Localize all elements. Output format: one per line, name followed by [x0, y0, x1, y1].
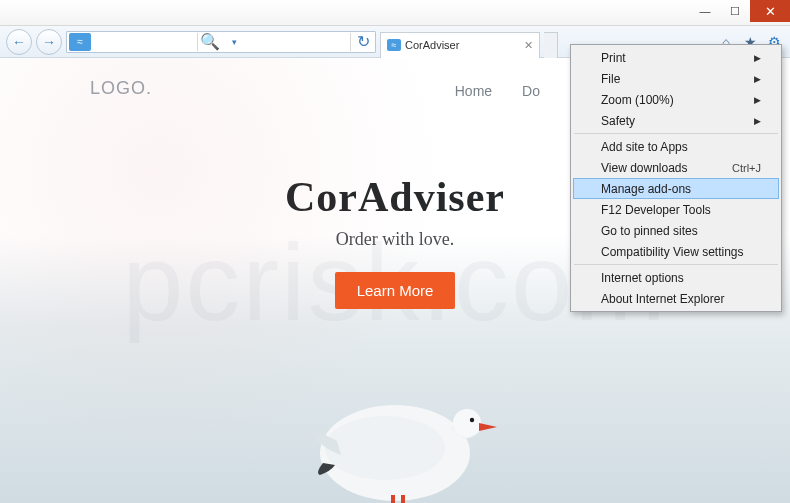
menu-safety[interactable]: Safety▶: [573, 110, 779, 131]
chevron-right-icon: ▶: [754, 116, 761, 126]
chevron-right-icon: ▶: [754, 95, 761, 105]
refresh-button[interactable]: ↻: [351, 32, 375, 52]
tools-menu: Print▶ File▶ Zoom (100%)▶ Safety▶ Add si…: [570, 44, 782, 312]
new-tab-button[interactable]: [544, 32, 558, 58]
dropdown-icon[interactable]: ▾: [222, 32, 246, 52]
menu-file[interactable]: File▶: [573, 68, 779, 89]
back-button[interactable]: ←: [6, 29, 32, 55]
forward-button[interactable]: →: [36, 29, 62, 55]
bird-image: [265, 323, 525, 503]
nav-home[interactable]: Home: [455, 83, 492, 99]
tab-title: CorAdviser: [405, 39, 459, 51]
window-titlebar: — ☐ ✕: [0, 0, 790, 26]
menu-internet-options[interactable]: Internet options: [573, 267, 779, 288]
menu-about-ie[interactable]: About Internet Explorer: [573, 288, 779, 309]
menu-pinned-sites[interactable]: Go to pinned sites: [573, 220, 779, 241]
menu-print[interactable]: Print▶: [573, 47, 779, 68]
site-logo: LOGO.: [90, 78, 152, 99]
shortcut-label: Ctrl+J: [732, 162, 761, 174]
menu-add-site-to-apps[interactable]: Add site to Apps: [573, 136, 779, 157]
site-icon: [69, 33, 91, 51]
svg-rect-5: [401, 495, 405, 503]
browser-tab[interactable]: CorAdviser ✕: [380, 32, 540, 58]
chevron-right-icon: ▶: [754, 74, 761, 84]
chevron-right-icon: ▶: [754, 53, 761, 63]
tab-close-button[interactable]: ✕: [524, 39, 533, 52]
site-nav: Home Do: [455, 83, 540, 99]
svg-point-1: [325, 416, 445, 480]
menu-f12-tools[interactable]: F12 Developer Tools: [573, 199, 779, 220]
svg-rect-4: [391, 495, 395, 503]
address-bar[interactable]: 🔍 ▾ ↻: [66, 31, 376, 53]
close-button[interactable]: ✕: [750, 0, 790, 22]
menu-manage-addons[interactable]: Manage add-ons: [573, 178, 779, 199]
search-dropdown-icon[interactable]: 🔍: [198, 32, 222, 52]
minimize-button[interactable]: —: [690, 0, 720, 22]
svg-point-2: [453, 409, 481, 437]
maximize-button[interactable]: ☐: [720, 0, 750, 22]
menu-zoom[interactable]: Zoom (100%)▶: [573, 89, 779, 110]
nav-download[interactable]: Do: [522, 83, 540, 99]
svg-point-3: [470, 418, 474, 422]
menu-compat-view[interactable]: Compatibility View settings: [573, 241, 779, 262]
menu-view-downloads[interactable]: View downloadsCtrl+J: [573, 157, 779, 178]
tab-favicon: [387, 39, 401, 51]
learn-more-button[interactable]: Learn More: [335, 272, 456, 309]
